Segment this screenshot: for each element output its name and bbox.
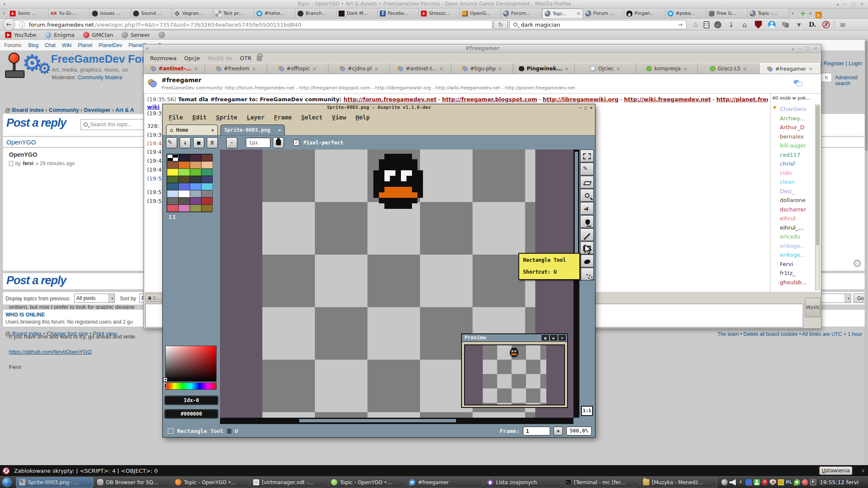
window-maximize-icon[interactable]: □	[851, 0, 855, 8]
spray-tool-button[interactable]	[580, 268, 594, 280]
user-list-item[interactable]: ChanServ	[780, 105, 807, 114]
color-hex-button[interactable]: #000000	[164, 409, 218, 419]
palette-swatch[interactable]	[167, 190, 178, 197]
window-menu-icon[interactable]: ▾	[146, 44, 148, 53]
gradient-cursor[interactable]	[164, 378, 167, 381]
page-scrollbar[interactable]	[865, 40, 868, 466]
message-link[interactable]: http://forum.freegamedev.net	[344, 96, 437, 103]
palette-swatch[interactable]	[167, 176, 178, 183]
color-gradient-picker[interactable]	[165, 346, 217, 382]
user-list-item[interactable]: bill-auger	[780, 141, 807, 150]
menu-view[interactable]: View	[332, 114, 346, 121]
palette-swatch[interactable]	[190, 190, 201, 197]
otr-status-icon[interactable]	[257, 55, 262, 61]
palette-swatch[interactable]	[178, 161, 190, 169]
browser-tab[interactable]: Streszc...	[419, 8, 460, 18]
user-list-item[interactable]: fr1tz_	[780, 269, 807, 278]
account-links[interactable]: lp | Register | Login	[815, 60, 862, 67]
irc-tab-kompresja[interactable]: kompresja×	[636, 63, 698, 74]
browser-tab[interactable]: Forum ...	[583, 8, 624, 18]
palette-swatch[interactable]	[190, 154, 201, 161]
security-tray-icon[interactable]	[770, 479, 776, 485]
taskbar-task[interactable]: [Terminal - mc [fer...	[562, 477, 639, 488]
pencil-tool-button[interactable]	[580, 163, 594, 175]
tab-close-icon[interactable]: ×	[576, 11, 581, 17]
browser-tab[interactable]: Forum...	[501, 8, 542, 18]
post-reply-heading[interactable]: Post a reply	[6, 116, 66, 130]
dropdown-icon[interactable]: ▾	[793, 19, 804, 30]
move-tool-button[interactable]	[580, 202, 594, 215]
forum-search-input[interactable]: h	[821, 73, 832, 82]
palette-swatch[interactable]	[190, 176, 201, 183]
ublock-icon[interactable]	[753, 19, 764, 30]
brush-type-button[interactable]	[166, 137, 177, 148]
window-close-icon[interactable]: ×	[590, 105, 593, 111]
duckduckgo-icon[interactable]: D.	[807, 19, 818, 30]
taskbar-task[interactable]: #freegamer	[406, 477, 483, 488]
menu-select[interactable]: Select	[301, 114, 323, 121]
send-button[interactable]: Wyślij	[805, 298, 821, 317]
browser-tab[interactable]: Free G...	[707, 8, 748, 18]
scrollbar-thumb[interactable]	[865, 41, 868, 151]
tab-scroll-left-icon[interactable]: ‹	[0, 8, 8, 18]
palette-swatch[interactable]	[190, 183, 201, 190]
menu-edit[interactable]: Edit	[192, 114, 207, 121]
browser-tab[interactable]: Sound ...	[131, 8, 172, 18]
taskbar-task[interactable]: Sprite-0003.png - ...	[16, 477, 93, 488]
volume-tray-icon[interactable]	[721, 479, 728, 485]
noscript-icon[interactable]: S	[3, 467, 10, 474]
one-to-one-button[interactable]: 1:1	[581, 406, 593, 416]
message-link[interactable]: http://freegamer.blogspot.com	[442, 96, 537, 103]
tab-list-dropdown-icon[interactable]: ▾	[809, 9, 811, 18]
post-reply-heading[interactable]: Post a reply	[6, 274, 66, 287]
tab-scroll-right-icon[interactable]: ›	[789, 8, 796, 18]
user-list-item[interactable]: bernalex	[780, 132, 807, 141]
hue-slider[interactable]	[165, 383, 217, 390]
footer-link[interactable]: Change font size	[47, 330, 88, 337]
noscript-close-icon[interactable]: x	[862, 468, 865, 474]
search-input[interactable]: dark magician	[521, 22, 674, 28]
pixel-perfect-checkbox[interactable]: ✓	[293, 140, 299, 146]
rectangular-marquee-tool-button[interactable]	[580, 150, 594, 162]
hue-cursor[interactable]	[164, 383, 167, 388]
window-menu-icon[interactable]: ▾	[3, 0, 6, 8]
topic-title-link[interactable]: OpenYGO	[6, 139, 36, 146]
browser-tab[interactable]: Facebo...	[378, 8, 419, 18]
window-maximize-icon[interactable]: □	[805, 44, 810, 53]
irc-tab-Gracz-LS[interactable]: Gracz-LS×	[698, 63, 759, 74]
footer-link[interactable]: Board index	[12, 330, 42, 337]
message-link[interactable]: http://wiki.freegamedev.net	[624, 96, 711, 103]
taskbar-task[interactable]: [Muzyka - Menedż...	[640, 477, 717, 488]
menu-sprite[interactable]: Sprite	[216, 114, 237, 121]
window-minimize-icon[interactable]: −	[579, 105, 581, 111]
bookmarks-menu-icon[interactable]	[704, 21, 709, 28]
breadcrumb-link[interactable]: Community	[49, 107, 79, 113]
browser-tab[interactable]: Topic -...	[748, 8, 789, 18]
color-index-button[interactable]: Idx-0	[164, 396, 218, 405]
display-topics-select[interactable]: All posts▾	[74, 294, 115, 303]
irc-tab-antinet-t[interactable]: #antinet-t...×	[390, 63, 451, 74]
message-link[interactable]: http://planet.freegamedev.net	[716, 96, 768, 103]
power-tray-icon[interactable]: ⚡	[737, 479, 744, 485]
palette-swatch[interactable]	[178, 190, 190, 197]
browser-tab[interactable]: OpenG...	[460, 8, 501, 18]
reload-button[interactable]: ↻	[493, 20, 508, 29]
forum-nav-link[interactable]: Wiki	[62, 42, 72, 48]
new-tab-button[interactable]: +	[800, 9, 806, 18]
browser-tab[interactable]: #poka...	[665, 8, 707, 18]
palette-swatch[interactable]	[178, 154, 190, 161]
browser-tab[interactable]: Yu-Gi-...	[49, 8, 90, 18]
noscript-settings-button[interactable]: Ustawienia	[819, 466, 852, 475]
preview-close-button[interactable]: ×	[559, 335, 566, 341]
user-list-item[interactable]: ghoulsb...	[780, 278, 807, 287]
breadcrumb-link[interactable]: Developer	[84, 107, 111, 113]
browser-tab[interactable]: Test pr...	[213, 8, 254, 18]
palette-swatch[interactable]	[178, 197, 190, 205]
updates-tray-icon[interactable]	[802, 479, 808, 485]
back-button[interactable]: ←	[3, 18, 15, 31]
tab-close-icon[interactable]: ×	[809, 66, 812, 72]
palette-swatch[interactable]	[167, 154, 178, 161]
palette-swatch[interactable]	[201, 197, 213, 205]
breadcrumb-link[interactable]: Board index	[12, 107, 44, 113]
palette-swatch[interactable]	[190, 205, 201, 212]
